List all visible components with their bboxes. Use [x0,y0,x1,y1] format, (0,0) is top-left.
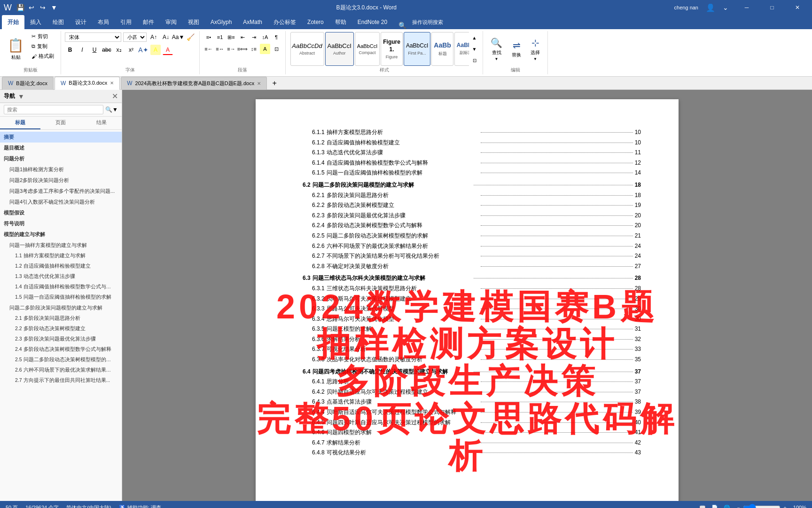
nav-item-20[interactable]: 2.4 多阶段动态决策树模型数学公式与解释 [0,344,122,355]
nav-item-22[interactable]: 2.6 六种不同场景下的最优决策求解结果分析 [0,365,122,375]
tab-view[interactable]: 视图 [182,15,205,29]
superscript-button[interactable]: x² [126,45,136,55]
new-tab-button[interactable]: + [270,78,279,88]
align-right-button[interactable]: ≡→ [226,44,236,54]
zoom-decrease-icon[interactable]: － [736,504,741,508]
nav-item-9[interactable]: 模型的建立与求解 [0,229,122,240]
zoom-range-input[interactable] [743,504,781,508]
nav-item-21[interactable]: 2.5 问题二多阶段动态决策树模型模型的求解 [0,355,122,365]
word-count[interactable]: 16/29624 个字 [25,504,59,508]
style-heading2[interactable]: AaBbC 副标题 [454,32,469,66]
align-center-button[interactable]: ≡↔ [215,44,225,54]
tab-references[interactable]: 引用 [115,15,137,29]
select-button[interactable]: ⊹ 选择 ▼ [527,35,544,63]
decrease-indent-button[interactable]: ⇤ [237,32,248,42]
numbering-button[interactable]: ≡1 [215,32,225,42]
page-count[interactable]: 50 页 [6,504,18,508]
styles-more[interactable]: ⊡ [471,55,478,66]
nav-item-3[interactable]: 问题1抽样检测方案分析 [0,164,122,175]
save-qa-icon[interactable]: 💾 [16,3,25,12]
replace-button[interactable]: ⇌ 替换 [508,38,525,60]
tab-review[interactable]: 审阅 [160,15,182,29]
strikethrough-button[interactable]: abc [102,45,112,55]
italic-button[interactable]: I [77,45,87,55]
nav-item-15[interactable]: 1.5 问题一自适应阈值抽样检验模型的求解 [0,292,122,302]
nav-item-18[interactable]: 2.2 多阶段动态决策树模型建立 [0,324,122,334]
zoom-level[interactable]: 100% [793,505,806,508]
underline-button[interactable]: U [89,45,100,55]
change-case-button[interactable]: Aa▼ [173,32,183,42]
undo-qa-icon[interactable]: ↩ [27,3,36,12]
doc-tab-close-2[interactable]: ✕ [110,80,114,86]
language[interactable]: 简体中文(中国大陆) [66,504,111,508]
tab-design[interactable]: 设计 [70,15,92,29]
tab-layout[interactable]: 布局 [92,15,115,29]
style-author[interactable]: AaBbCcI Author [325,32,354,66]
ribbon-toggle-icon[interactable]: ⌄ [723,4,728,11]
nav-item-10[interactable]: 问题一抽样方案模型的建立与求解 [0,240,122,251]
zoom-slider[interactable]: － ＋ [736,504,788,508]
paste-button[interactable]: 📋 粘贴 [4,32,28,66]
style-heading1[interactable]: AaBb 标题 [431,32,453,66]
nav-item-8[interactable]: 符号说明 [0,218,122,229]
copy-button[interactable]: ⧉ 复制 [29,42,57,51]
nav-item-1[interactable]: 题目概述 [0,143,122,153]
font-size-select[interactable]: 小四 [123,32,147,42]
subscript-button[interactable]: x₂ [114,45,124,55]
highlight-button[interactable]: A [150,45,161,55]
doc-tab-close-3[interactable]: ✕ [257,81,261,86]
nav-item-11[interactable]: 1.1 抽样方案模型的建立与求解 [0,251,122,261]
nav-search-input[interactable] [4,105,103,114]
bold-button[interactable]: B [65,45,75,55]
nav-item-7[interactable]: 模型假设 [0,207,122,218]
find-button[interactable]: 🔍 查找 ▼ [487,35,506,63]
format-painter-button[interactable]: 🖌 格式刷 [29,52,57,61]
nav-item-13[interactable]: 1.3 动态迭代优化算法步骤 [0,271,122,282]
tab-zotero[interactable]: Zotero [302,15,329,29]
tab-home[interactable]: 开始 [2,15,24,29]
nav-collapse-icon[interactable]: ▼ [18,93,24,100]
nav-item-5[interactable]: 问题3考虑多道工序和多个零配件的决策问题... [0,186,122,197]
tab-axmath[interactable]: AxMath [237,15,268,29]
minimize-button[interactable]: ─ [736,0,757,15]
multilevel-button[interactable]: ⊞≡ [226,32,236,42]
view-page-button[interactable]: 📄 [711,505,718,508]
cut-button[interactable]: ✂ 剪切 [29,32,57,41]
font-color-button[interactable]: A [163,45,173,55]
nav-item-2[interactable]: 问题分析 [0,153,122,164]
align-left-button[interactable]: ≡← [203,44,214,54]
tab-search[interactable]: 操作说明搜索 [406,15,449,29]
tab-axglyph[interactable]: AxGlyph [205,15,237,29]
style-figure[interactable]: Figure 1. Figure [381,32,403,66]
accessibility[interactable]: ♿ 辅助功能: 调查 [119,504,161,508]
nav-close-button[interactable]: ✕ [112,92,118,101]
styles-scroll-up[interactable]: ▲ [471,32,478,43]
find-dropdown-icon[interactable]: ▼ [495,57,499,61]
nav-item-23[interactable]: 2.7 方向提示下的最佳田共同社算吐结果... [0,375,122,386]
customize-qa-icon[interactable]: ▼ [49,3,59,12]
close-button[interactable]: ✕ [787,0,808,15]
nav-item-6[interactable]: 问题4引入数据不确定性决策问题分析 [0,197,122,207]
document-content[interactable]: 2024数学建模国赛B题 抽样检测方案设计 多阶段生产决策 完整50页论文思路代… [122,90,812,501]
tab-mailings[interactable]: 邮件 [137,15,160,29]
sort-button[interactable]: ↕A [260,32,270,42]
tab-insert[interactable]: 插入 [24,15,47,29]
zoom-increase-icon[interactable]: ＋ [782,504,788,508]
nav-item-19[interactable]: 2.3 多阶段决策问题最优化算法步骤 [0,334,122,344]
maximize-button[interactable]: □ [761,0,783,15]
line-spacing-button[interactable]: ↕≡ [249,44,259,54]
bullets-button[interactable]: ≡• [203,32,214,42]
doc-tab-1[interactable]: W B题论文.docx [2,77,54,90]
nav-tab-headings[interactable]: 标题 [0,117,40,129]
style-compact[interactable]: AaBbCcI Compact [355,32,380,66]
grow-font-button[interactable]: A↑ [148,32,159,42]
shading-button[interactable]: A [260,44,270,54]
nav-item-16[interactable]: 问题二多阶段决策问题模型的建立与求解 [0,302,122,313]
style-firstpa[interactable]: AaBbCcI First Pa... [404,32,430,66]
styles-scroll-down[interactable]: ▼ [471,43,478,55]
nav-tab-pages[interactable]: 页面 [40,117,81,129]
nav-item-14[interactable]: 1.4 自适应阈值抽样检验模型数学公式与解释 [0,282,122,292]
clear-format-button[interactable]: 🧹 [185,32,195,42]
tab-officemarks[interactable]: 办公标签 [268,15,302,29]
nav-item-17[interactable]: 2.1 多阶段决策问题思路分析 [0,313,122,324]
